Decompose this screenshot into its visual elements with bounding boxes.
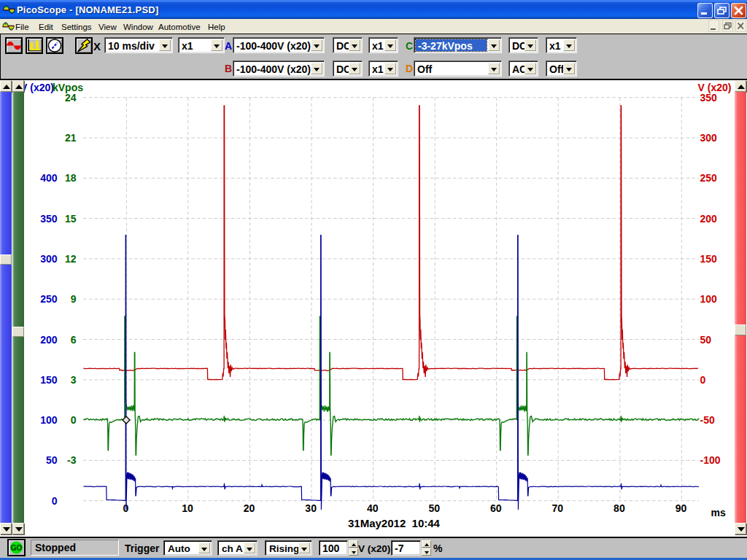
svg-text:6: 6 xyxy=(71,334,77,346)
svg-text:300: 300 xyxy=(40,253,58,265)
svg-text:10: 10 xyxy=(182,502,193,514)
svg-text:0: 0 xyxy=(71,414,77,426)
svg-text:30: 30 xyxy=(305,502,317,514)
svg-text:0: 0 xyxy=(700,374,706,386)
svg-text:400: 400 xyxy=(40,172,58,184)
svg-text:50: 50 xyxy=(46,454,58,466)
svg-text:50: 50 xyxy=(700,334,712,346)
svg-text:20: 20 xyxy=(244,502,255,514)
svg-text:kVpos: kVpos xyxy=(53,82,83,93)
svg-text:350: 350 xyxy=(40,213,58,225)
svg-text:0: 0 xyxy=(52,495,58,507)
svg-text:V (x20): V (x20) xyxy=(698,82,732,93)
svg-text:300: 300 xyxy=(700,132,718,144)
svg-text:-3: -3 xyxy=(67,454,77,466)
svg-text:150: 150 xyxy=(700,253,718,265)
svg-text:250: 250 xyxy=(700,172,718,184)
svg-text:100: 100 xyxy=(700,293,718,305)
svg-text:250: 250 xyxy=(40,293,58,305)
svg-text:90: 90 xyxy=(676,502,687,514)
svg-text:70: 70 xyxy=(552,502,564,514)
svg-text:12: 12 xyxy=(65,253,77,265)
svg-text:350: 350 xyxy=(700,92,718,104)
svg-text:GO: GO xyxy=(11,544,23,552)
svg-text:200: 200 xyxy=(40,334,58,346)
svg-text:40: 40 xyxy=(367,502,379,514)
svg-text:100: 100 xyxy=(40,414,58,426)
svg-text:21: 21 xyxy=(65,132,77,144)
svg-text:ms: ms xyxy=(711,507,726,518)
svg-text:80: 80 xyxy=(614,502,625,514)
svg-text:V (x20): V (x20) xyxy=(20,82,54,93)
svg-text:18: 18 xyxy=(65,172,77,184)
svg-text:-50: -50 xyxy=(700,414,715,426)
svg-text:200: 200 xyxy=(700,213,718,225)
svg-text:50: 50 xyxy=(428,502,440,514)
svg-text:15: 15 xyxy=(65,213,77,225)
svg-text:-100: -100 xyxy=(700,454,721,466)
svg-text:150: 150 xyxy=(40,374,58,386)
svg-text:31May2012 10:44: 31May2012 10:44 xyxy=(348,517,441,529)
svg-text:24: 24 xyxy=(65,92,77,104)
svg-text:3: 3 xyxy=(71,374,77,386)
svg-text:60: 60 xyxy=(490,502,502,514)
svg-text:9: 9 xyxy=(71,293,77,305)
